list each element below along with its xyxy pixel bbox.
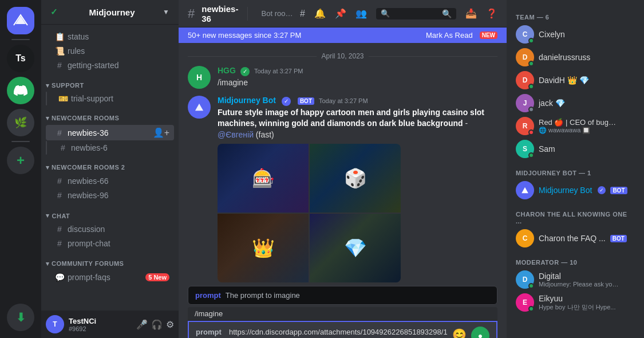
input-content[interactable]: https://cdn.discordapp.com/attachments/1… bbox=[229, 327, 448, 338]
channel-item-newbies-66[interactable]: # newbies-66 bbox=[46, 174, 174, 188]
image-grid: 🎰 🎲 👑 💎 bbox=[218, 144, 401, 282]
mark-as-read-button[interactable]: Mark As Read NEW bbox=[426, 31, 497, 40]
server-name: Midjourney bbox=[89, 7, 135, 17]
channel-item-status[interactable]: 📋 status bbox=[46, 30, 174, 44]
send-button[interactable]: ● bbox=[471, 327, 489, 338]
category-newcomer-rooms: ▾ NEWCOMER ROOMS bbox=[41, 105, 179, 124]
image-cell-3: 👑 bbox=[218, 214, 309, 282]
emoji-button[interactable]: 😊 bbox=[452, 327, 467, 338]
thread-icon[interactable]: # bbox=[300, 9, 305, 19]
inbox-icon[interactable]: 📥 bbox=[465, 8, 477, 19]
date-divider: April 10, 2023 bbox=[179, 48, 507, 65]
channel-sidebar: ✓ Midjourney ▼ 📋 status 📜 rules # gettin… bbox=[41, 0, 179, 338]
member-avatar-davidh: D bbox=[516, 71, 534, 89]
current-username: TestNCi bbox=[69, 317, 96, 325]
server-icon-midjourney[interactable] bbox=[7, 7, 34, 34]
channel-item-newbies-96[interactable]: # newbies-96 bbox=[46, 188, 174, 202]
current-user-info: TestNCi #9692 bbox=[69, 317, 96, 332]
verified-icon: ✓ bbox=[240, 67, 250, 76]
member-cixelyn[interactable]: C Cixelyn bbox=[511, 23, 639, 46]
midjourney-bot-section-title: MIDJOURNEY BOT — 1 bbox=[511, 165, 639, 179]
channel-item-trial-support[interactable]: 🎫 trial-support bbox=[49, 92, 179, 105]
member-name-midjourney: Midjourney Bot bbox=[539, 186, 592, 195]
server-divider-2 bbox=[11, 141, 30, 142]
add-server-button[interactable]: + bbox=[7, 147, 34, 174]
prompt-tooltip-label: prompt bbox=[195, 291, 221, 300]
member-avatar-danielruss: D bbox=[516, 48, 534, 66]
download-button[interactable]: ⬇ bbox=[7, 304, 34, 331]
category-newcomer-rooms-2: ▾ NEWCOMER ROOMS 2 bbox=[41, 155, 179, 174]
member-sub-red: 🌐 wawawawa 🔲 bbox=[539, 127, 619, 134]
member-sam[interactable]: S Sam bbox=[511, 137, 639, 160]
member-name-davidh: DavidH 👑 💎 bbox=[539, 76, 589, 85]
message-avatar-hgg: H bbox=[188, 66, 211, 89]
message-header-hgg: HGG ✓ Today at 3:27 PM bbox=[218, 66, 497, 76]
messages-area: April 10, 2023 H HGG ✓ Today at 3:27 PM … bbox=[179, 43, 507, 338]
pin-icon[interactable]: 📌 bbox=[335, 8, 346, 19]
server-divider bbox=[11, 39, 30, 40]
channel-list: 📋 status 📜 rules # getting-started ▾ SUP… bbox=[41, 25, 179, 311]
message-hgg: H HGG ✓ Today at 3:27 PM /imagine bbox=[179, 65, 507, 90]
server-header[interactable]: ✓ Midjourney ▼ bbox=[41, 0, 179, 25]
message-time-hgg: Today at 3:27 PM bbox=[254, 68, 303, 74]
channel-item-getting-started[interactable]: # getting-started bbox=[46, 58, 174, 72]
channel-name: newbies-36 bbox=[202, 4, 238, 23]
member-sub-eikyuu: Hype boy 나만 믿어 Hype... bbox=[539, 303, 616, 312]
main-content: # newbies-36 Bot room for new users. Typ… bbox=[179, 0, 507, 338]
member-eikyuu[interactable]: E Eikyuu Hype boy 나만 믿어 Hype... bbox=[511, 291, 639, 314]
sidebar-user: T TestNCi #9692 🎤 🎧 ⚙ bbox=[41, 311, 179, 338]
send-icon: ● bbox=[478, 331, 483, 338]
member-name-cixelyn: Cixelyn bbox=[539, 30, 565, 39]
server-icon-discord[interactable] bbox=[7, 77, 34, 104]
right-sidebar: TEAM — 6 C Cixelyn D danielrussruss D Da… bbox=[507, 0, 644, 338]
search-box[interactable]: 🔍 bbox=[376, 8, 456, 19]
member-avatar-red: R bbox=[516, 117, 534, 135]
search-icon: 🔍 bbox=[442, 9, 452, 18]
channel-item-prompt-faqs[interactable]: 💬 prompt-faqs 5 New bbox=[46, 270, 174, 284]
channel-item-newbies-36[interactable]: # newbies-36 👤+ bbox=[46, 125, 174, 140]
moderator-section-title: MODERATOR — 10 bbox=[511, 254, 639, 268]
member-name-charon: Charon the FAQ ... bbox=[539, 234, 606, 243]
member-avatar-digital: D bbox=[516, 270, 534, 289]
member-midjourney-bot[interactable]: Midjourney Bot ✓ BOT bbox=[511, 179, 639, 202]
mute-icon[interactable]: 🎤 bbox=[136, 319, 148, 330]
member-name-sam: Sam bbox=[539, 144, 555, 154]
server-bar: Ts 🌿 + ⬇ bbox=[0, 0, 41, 338]
category-community-forums: ▾ COMMUNITY FORUMS bbox=[41, 251, 179, 270]
deafen-icon[interactable]: 🎧 bbox=[151, 319, 163, 330]
search-input[interactable] bbox=[381, 9, 438, 18]
image-cell-2: 🎲 bbox=[310, 144, 401, 213]
bot-verified-icon: ✓ bbox=[282, 97, 291, 106]
help-icon[interactable]: ❓ bbox=[486, 8, 497, 19]
member-jack[interactable]: J jack 💎 bbox=[511, 92, 639, 115]
channel-item-prompt-chat[interactable]: # prompt-chat bbox=[46, 237, 174, 250]
server-icon-ts[interactable]: Ts bbox=[7, 45, 34, 72]
command-preview: /imagine bbox=[188, 307, 497, 321]
member-davidh[interactable]: D DavidH 👑 💎 bbox=[511, 69, 639, 92]
server-icon-leaf[interactable]: 🌿 bbox=[7, 109, 34, 136]
input-label: prompt bbox=[196, 327, 224, 336]
notification-icon[interactable]: 🔔 bbox=[314, 8, 326, 19]
member-info-charon: Charon the FAQ ... bbox=[539, 234, 606, 243]
member-info-digital: Digital Midjourney: Please ask your q... bbox=[539, 272, 619, 288]
current-discriminator: #9692 bbox=[69, 325, 96, 332]
bot-badge: BOT bbox=[298, 97, 314, 105]
channel-item-discussion[interactable]: # discussion bbox=[46, 222, 174, 236]
chevron-down-icon: ▼ bbox=[163, 8, 169, 16]
member-danielruss[interactable]: D danielrussruss bbox=[511, 46, 639, 69]
channel-item-rules[interactable]: 📜 rules bbox=[46, 44, 174, 58]
member-charon[interactable]: C Charon the FAQ ... BOT bbox=[511, 227, 639, 250]
current-user-avatar: T bbox=[46, 315, 64, 333]
channel-header: # newbies-36 Bot room for new users. Typ… bbox=[179, 0, 507, 27]
member-avatar-cixelyn: C bbox=[516, 25, 534, 44]
charon-section-title: CHARON THE ALL KNOWING ONE ... bbox=[511, 206, 639, 227]
members-icon[interactable]: 👥 bbox=[355, 8, 367, 19]
member-digital[interactable]: D Digital Midjourney: Please ask your q.… bbox=[511, 268, 639, 291]
image-cell-4: 💎 bbox=[310, 214, 401, 282]
bot-check-icon: ✓ bbox=[598, 186, 606, 194]
member-red[interactable]: R Red 🍎 | CEO of bugs ... 🌐 wawawawa 🔲 bbox=[511, 115, 639, 137]
settings-icon[interactable]: ⚙ bbox=[166, 319, 174, 330]
message-content-mj: Midjourney Bot ✓ BOT Today at 3:27 PM Fu… bbox=[218, 96, 497, 282]
message-author-mj: Midjourney Bot bbox=[218, 96, 276, 105]
channel-item-newbies-6[interactable]: # newbies-6 bbox=[49, 141, 179, 155]
